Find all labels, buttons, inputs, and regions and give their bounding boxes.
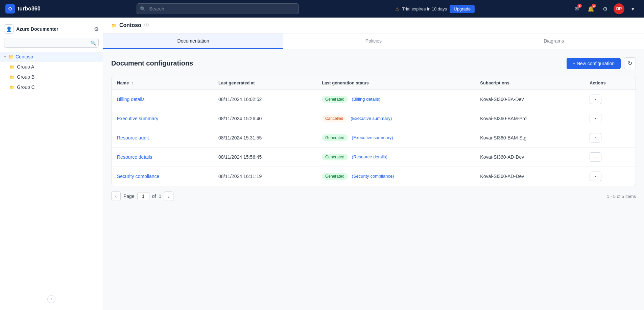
cell-subscription-4: Kovai-SI360-AD-Dev [475,167,584,186]
actions-menu-button-4[interactable]: ··· [590,172,601,181]
chevron-down-button[interactable]: ▾ [627,3,639,15]
tab-documentation[interactable]: Documentation [103,33,283,49]
tab-diagrams[interactable]: Diagrams [464,33,644,49]
cell-name-4: Security compliance [112,167,213,186]
config-name-link-0[interactable]: Billing details [117,97,145,102]
sidebar-title: Azure Documenter [16,26,58,32]
chevron-down-icon: ▾ [631,6,634,12]
content-area: Document configurations + New configurat… [103,49,644,214]
warning-icon: ⚠ [395,6,399,11]
column-generated-at: Last generated at [213,76,316,90]
refresh-icon: ↻ [628,60,632,66]
sidebar-item-group-b[interactable]: 📁 Group B [0,72,103,82]
new-configuration-button[interactable]: + New configuration [567,58,621,69]
cell-name-0: Billing details [112,90,213,109]
content-title: Document configurations [111,59,193,67]
table-container: Name ↑ Last generated at Last generation… [111,76,636,186]
actions-menu-button-1[interactable]: ··· [590,114,601,123]
status-badge-0: Generated [322,96,348,103]
status-badge-4: Generated [322,173,348,180]
logo[interactable]: turbo360 [5,4,41,14]
cell-actions-1: ··· [584,109,636,128]
messages-button[interactable]: ✉ 1 [571,3,582,15]
sidebar-label-group-a: Group A [17,64,34,70]
tab-policies[interactable]: Policies [283,33,463,49]
cell-status-2: Generated (Executive summary) [316,128,475,148]
sidebar-item-group-c[interactable]: 📁 Group C [0,82,103,92]
items-count: 1 - 5 of 5 items [607,194,636,199]
notifications-badge: 2 [592,4,596,8]
sidebar-label-group-c: Group C [17,84,35,90]
config-name-link-3[interactable]: Resource details [117,154,152,160]
pagination: ‹ Page of 1 › 1 - 5 of 5 items [111,186,636,206]
chevron-down-icon: ▾ [4,55,6,59]
prev-page-button[interactable]: ‹ [111,191,121,201]
sidebar-settings-button[interactable]: ⚙ [94,26,99,32]
config-name-link-4[interactable]: Security compliance [117,174,159,179]
actions-menu-button-0[interactable]: ··· [590,95,601,104]
cell-status-1: Cancelled (Executive summary) [316,109,475,128]
breadcrumb-folder-icon: 📁 [111,23,117,28]
cell-status-0: Generated (Billing details) [316,90,475,109]
sidebar-header: 👤 Azure Documenter ⚙ [0,22,103,38]
cell-actions-3: ··· [584,148,636,167]
sidebar-item-contoso[interactable]: ▾ 📁 Contoso [0,52,103,62]
cell-generated-at-0: 08/11/2024 16:02:52 [213,90,316,109]
status-badge-1: Cancelled [322,115,347,122]
chevron-left-icon: ‹ [51,297,52,302]
settings-button[interactable]: ⚙ [599,3,611,15]
config-name-link-1[interactable]: Executive summary [117,116,158,121]
refresh-button[interactable]: ↻ [624,57,636,69]
cell-actions-4: ··· [584,167,636,186]
table-row: Security compliance 08/11/2024 16:11:19 … [112,167,636,186]
sidebar-search-icon: 🔍 [91,40,96,45]
search-container: 🔍 [137,3,299,14]
actions-menu-button-3[interactable]: ··· [590,152,601,162]
table-row: Billing details 08/11/2024 16:02:52 Gene… [112,90,636,109]
cell-subscription-3: Kovai-SI360-AD-Dev [475,148,584,167]
sidebar-label-group-b: Group B [17,74,34,80]
sidebar-search-input[interactable] [4,38,99,48]
chevron-left-icon: ‹ [115,194,117,199]
config-name-link-2[interactable]: Resource audit [117,135,149,140]
column-name-label: Name [117,80,129,85]
status-label-0: (Billing details) [352,97,381,102]
trial-banner: ⚠ Trial expires in 10 days Upgrade [395,5,475,13]
status-label-4: (Security compliance) [352,174,394,179]
cell-generated-at-3: 08/11/2024 15:56:45 [213,148,316,167]
svg-point-1 [9,8,11,10]
gear-icon: ⚙ [603,6,607,12]
search-input[interactable] [137,3,299,14]
folder-icon: 📁 [9,64,15,70]
page-header: 📁 Contoso ⓘ [103,18,644,33]
notifications-button[interactable]: 🔔 2 [585,3,597,15]
search-icon: 🔍 [140,6,146,11]
sidebar-collapse-button[interactable]: ‹ [47,295,55,303]
trial-text: Trial expires in 10 days [402,6,447,11]
status-label-1: (Executive summary) [351,116,392,121]
nav-icons: ✉ 1 🔔 2 ⚙ DP ▾ [571,3,639,15]
next-page-button[interactable]: › [164,191,173,201]
main-content: 📁 Contoso ⓘ Documentation Policies Diagr… [103,18,644,310]
page-input[interactable] [137,192,149,200]
info-icon[interactable]: ⓘ [144,22,149,28]
cell-subscription-2: Kovai-SI360-BAM-Stg [475,128,584,148]
avatar[interactable]: DP [614,3,624,14]
sidebar-item-group-a[interactable]: 📁 Group A [0,62,103,72]
actions-menu-button-2[interactable]: ··· [590,133,601,143]
column-name[interactable]: Name ↑ [112,76,213,90]
chevron-right-icon: › [168,194,169,199]
column-actions: Actions [584,76,636,90]
sort-icon: ↑ [132,81,134,85]
sidebar-label-contoso: Contoso [16,54,33,59]
user-icon: 👤 [6,26,12,32]
column-subscriptions: Subscriptions [475,76,584,90]
sidebar-nav: ▾ 📁 Contoso 📁 Group A 📁 Group B 📁 Group … [0,52,103,306]
cell-name-2: Resource audit [112,128,213,148]
module-icon: 👤 [4,24,14,34]
upgrade-button[interactable]: Upgrade [450,5,475,13]
folder-icon: 📁 [9,75,15,80]
pagination-left: ‹ Page of 1 › [111,191,173,201]
content-header: Document configurations + New configurat… [111,57,636,69]
table-header-row: Name ↑ Last generated at Last generation… [112,76,636,90]
